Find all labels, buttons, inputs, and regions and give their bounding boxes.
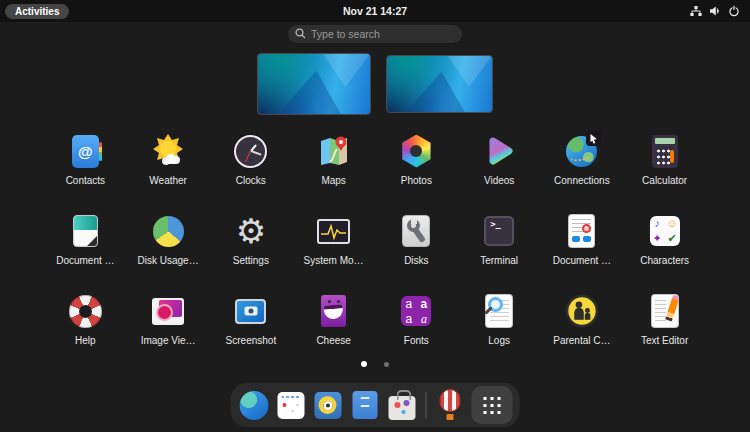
app-calculator[interactable]: Calculator (623, 130, 706, 210)
app-label: Terminal (480, 255, 518, 266)
app-clocks[interactable]: Clocks (210, 130, 293, 210)
letter-glyph: a (421, 313, 427, 325)
search-input[interactable] (311, 28, 455, 40)
show-applications-button[interactable] (472, 386, 513, 424)
videos-icon (480, 130, 518, 172)
app-system-monitor[interactable]: System Mo… (292, 210, 375, 290)
top-bar: Activities Nov 21 14:27 (0, 0, 750, 22)
settings-icon: ⚙ (236, 212, 266, 250)
tour-balloon-icon (439, 389, 463, 421)
prompt-glyph: >_ (490, 219, 501, 229)
gnome-activities-overview: Activities Nov 21 14:27 @ (0, 0, 750, 432)
calculator-icon (652, 135, 678, 168)
dock-tour[interactable] (435, 386, 467, 424)
disk-usage-analyzer-icon (153, 216, 184, 247)
app-label: Disk Usage… (138, 255, 199, 266)
app-disk-usage-analyzer[interactable]: Disk Usage… (127, 210, 210, 290)
search-icon (295, 25, 306, 43)
app-label: Characters (640, 255, 689, 266)
app-fonts[interactable]: a a a a Fonts (375, 290, 458, 370)
activities-button[interactable]: Activities (5, 4, 69, 19)
app-help[interactable]: Help (44, 290, 127, 370)
app-screenshot[interactable]: Screenshot (210, 290, 293, 370)
app-logs[interactable]: Logs (458, 290, 541, 370)
app-label: Parental C… (553, 335, 610, 346)
document-viewer-icon (569, 215, 594, 247)
characters-icon: ♪ ☺ ✦ ✔ (650, 216, 680, 246)
app-label: Disks (404, 255, 428, 266)
cheese-icon (321, 295, 346, 327)
smiley-glyph: ☺ (667, 218, 678, 229)
app-connections[interactable]: Connections (541, 130, 624, 210)
dock-separator (426, 392, 427, 418)
document-scanner-icon (73, 215, 98, 247)
clocks-icon (234, 135, 267, 168)
app-document-scanner[interactable]: Document … (44, 210, 127, 290)
files-icon (352, 391, 377, 419)
letter-glyph: a (421, 298, 428, 310)
page-dot-1[interactable] (361, 361, 367, 367)
workspace-thumbnail-1[interactable] (257, 53, 371, 115)
system-monitor-icon (317, 219, 350, 244)
software-icon (388, 396, 415, 420)
app-document-viewer[interactable]: Document … (541, 210, 624, 290)
music-note-glyph: ♪ (654, 218, 660, 229)
fonts-icon: a a a a (401, 296, 431, 326)
app-maps[interactable]: Maps (292, 130, 375, 210)
letter-glyph: a (406, 313, 413, 325)
dock-files[interactable] (349, 386, 381, 424)
app-label: Weather (149, 175, 187, 186)
app-label: Fonts (404, 335, 429, 346)
app-label: Logs (488, 335, 510, 346)
app-label: Contacts (66, 175, 105, 186)
app-disks[interactable]: Disks (375, 210, 458, 290)
app-weather[interactable]: Weather (127, 130, 210, 210)
app-settings[interactable]: ⚙ Settings (210, 210, 293, 290)
weather-icon (149, 130, 187, 172)
dock-web-browser[interactable] (238, 386, 270, 424)
app-characters[interactable]: ♪ ☺ ✦ ✔ Characters (623, 210, 706, 290)
photos-icon (400, 135, 433, 168)
volume-icon (709, 5, 721, 17)
workspace-thumbnail-2[interactable] (386, 55, 493, 113)
terminal-icon: >_ (484, 216, 514, 246)
connections-icon (563, 132, 601, 170)
app-image-viewer[interactable]: Image Vie… (127, 290, 210, 370)
app-label: Document … (56, 255, 114, 266)
search-area (0, 25, 750, 43)
app-cheese[interactable]: Cheese (292, 290, 375, 370)
app-label: Settings (233, 255, 269, 266)
text-editor-icon (652, 295, 678, 327)
screenshot-icon (235, 299, 266, 324)
app-label: Screenshot (226, 335, 277, 346)
calendar-icon (277, 392, 304, 419)
page-dot-2[interactable] (384, 362, 389, 367)
app-label: Cheese (316, 335, 350, 346)
star-glyph: ✦ (653, 233, 662, 244)
dock-calendar[interactable] (275, 386, 307, 424)
app-label: Document … (553, 255, 611, 266)
app-label: System Mo… (304, 255, 364, 266)
at-glyph: @ (78, 143, 93, 160)
system-status-menu[interactable] (686, 0, 744, 22)
app-terminal[interactable]: >_ Terminal (458, 210, 541, 290)
clock-button[interactable]: Nov 21 14:27 (343, 5, 407, 17)
dock-music-player[interactable] (312, 386, 344, 424)
app-label: Photos (401, 175, 432, 186)
app-parental-controls[interactable]: Parental C… (541, 290, 624, 370)
dash-dock (231, 383, 520, 427)
help-icon (69, 295, 102, 328)
search-bar[interactable] (288, 25, 462, 43)
disks-icon (402, 215, 430, 247)
power-icon (728, 5, 740, 17)
app-text-editor[interactable]: Text Editor (623, 290, 706, 370)
dock-software[interactable] (386, 386, 418, 424)
cursor-icon (586, 131, 601, 146)
app-videos[interactable]: Videos (458, 130, 541, 210)
workspace-switcher (0, 51, 750, 117)
letter-glyph: a (406, 298, 413, 310)
app-photos[interactable]: Photos (375, 130, 458, 210)
app-label: Videos (484, 175, 514, 186)
network-icon (690, 5, 702, 17)
app-contacts[interactable]: @ Contacts (44, 130, 127, 210)
